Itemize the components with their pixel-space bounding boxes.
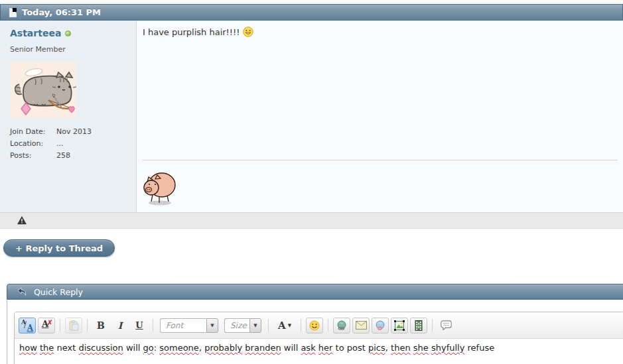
film-strip-icon [415, 320, 423, 331]
quick-reply-panel: Quick Reply A / A A ✗ [7, 284, 623, 364]
editor-word: pics [368, 343, 385, 353]
editor-word: how [19, 343, 37, 353]
globe-link-icon [336, 320, 347, 331]
reply-arrow-icon [17, 287, 27, 296]
signature-divider [143, 160, 618, 160]
toolbar-separator [60, 319, 60, 332]
quick-reply-title: Quick Reply [34, 287, 83, 297]
author-stats-list: Join Date:Nov 2013Location:...Posts:258 [10, 127, 136, 160]
size-select[interactable]: Size ▼ [224, 318, 261, 333]
clipboard-icon [69, 320, 79, 331]
quick-reply-body: A / A A ✗ [7, 300, 623, 364]
picture-icon [394, 320, 405, 331]
author-member-title: Senior Member [10, 45, 136, 54]
editor-word: someone [159, 343, 199, 353]
editor-word: go [143, 343, 154, 353]
post-header-bar: Today, 06:31 PM [0, 4, 623, 21]
editor-word: refuse [468, 343, 495, 353]
editor-word: ask [301, 343, 315, 353]
editor-word: shyfully [431, 343, 464, 353]
quick-reply-header: Quick Reply [7, 284, 623, 300]
author-stat-row: Location:... [10, 139, 136, 148]
size-select-value: Size [224, 318, 249, 333]
post-content-area: I have purplish hair!!!! [137, 21, 623, 212]
globe-unlink-icon [375, 320, 385, 331]
size-select-arrow-icon[interactable]: ▼ [249, 318, 261, 333]
post-page-icon [9, 8, 17, 17]
pusheen-cupid-drawing [10, 62, 76, 118]
reply-to-thread-label: + Reply to Thread [15, 243, 103, 253]
editor-word: will [284, 343, 298, 353]
editor-word: she [413, 343, 429, 353]
stat-value: 258 [56, 151, 70, 160]
text-color-button[interactable]: A ▼ [273, 318, 296, 334]
remove-format-button[interactable]: A ✗ [38, 318, 55, 334]
pink-pig-drawing [142, 167, 176, 207]
author-avatar-image[interactable] [10, 62, 76, 118]
font-select-value: Font [160, 318, 206, 333]
report-post-icon[interactable] [17, 216, 27, 225]
smilies-button[interactable] [306, 318, 323, 334]
stat-label: Join Date: [10, 127, 56, 136]
insert-link-button[interactable] [333, 318, 350, 334]
post-message-text: I have purplish hair!!!! [143, 27, 240, 37]
toolbar-separator [268, 319, 269, 332]
font-select-arrow-icon[interactable]: ▼ [206, 318, 218, 333]
unlink-button[interactable] [372, 318, 389, 334]
author-username-link[interactable]: Astarteea [10, 28, 61, 38]
underline-button[interactable]: U [131, 318, 148, 334]
post-author-panel: Astarteea Senior Member [0, 21, 137, 212]
smiley-icon [309, 320, 320, 331]
editor-word: to [336, 343, 344, 353]
toolbar-separator [301, 319, 301, 332]
insert-video-button[interactable] [410, 318, 427, 334]
forum-thread-page: Today, 06:31 PM Astarteea Senior Member [0, 0, 623, 364]
editor-word: will [126, 343, 140, 353]
editor-word: her [318, 343, 333, 353]
toolbar-separator [153, 319, 153, 332]
editor-word: then [391, 343, 411, 353]
stat-label: Location: [10, 139, 56, 148]
envelope-icon [356, 321, 367, 330]
paste-button[interactable] [65, 318, 82, 334]
reply-to-thread-button[interactable]: + Reply to Thread [3, 239, 115, 257]
toolbar-separator [87, 319, 88, 332]
editor-word: the [40, 343, 54, 353]
author-row: Astarteea [10, 28, 136, 38]
stat-value: ... [56, 139, 64, 148]
toolbar-separator [328, 319, 328, 332]
author-stat-row: Join Date:Nov 2013 [10, 127, 136, 136]
editor-word: next [56, 343, 76, 353]
switch-editor-mode-button[interactable]: A / A [19, 318, 36, 334]
italic-button[interactable]: I [111, 318, 129, 334]
editor-word: post [347, 343, 366, 353]
stat-value: Nov 2013 [56, 127, 92, 136]
post-body: Astarteea Senior Member [0, 21, 623, 212]
online-status-icon [65, 30, 71, 36]
wrap-quote-button[interactable] [437, 318, 454, 334]
post-message: I have purplish hair!!!! [143, 27, 253, 37]
bold-button[interactable]: B [92, 318, 109, 334]
editor-word: discussion [78, 343, 123, 353]
editor-word: probably [204, 343, 242, 353]
signature-pig-image [142, 167, 176, 210]
stat-label: Posts: [10, 151, 56, 160]
color-dropdown-arrow-icon: ▼ [288, 323, 291, 328]
post-timestamp: Today, 06:31 PM [22, 7, 101, 17]
post-footer-bar [0, 212, 623, 229]
editor-word: branden [245, 343, 281, 353]
quote-bubble-icon [441, 320, 452, 330]
editor-text-area[interactable]: how the next discussion will go: someone… [15, 339, 623, 364]
editor-toolbar: A / A A ✗ [15, 312, 623, 339]
quick-reply-editor: A / A A ✗ [14, 312, 623, 364]
insert-image-button[interactable] [391, 318, 408, 334]
author-stat-row: Posts:258 [10, 151, 136, 160]
insert-email-button[interactable] [352, 318, 370, 334]
editor-text-line: how the next discussion will go: someone… [19, 343, 619, 353]
toolbar-separator [432, 319, 433, 332]
font-select[interactable]: Font ▼ [160, 318, 218, 333]
grin-emoticon-icon [243, 27, 253, 37]
